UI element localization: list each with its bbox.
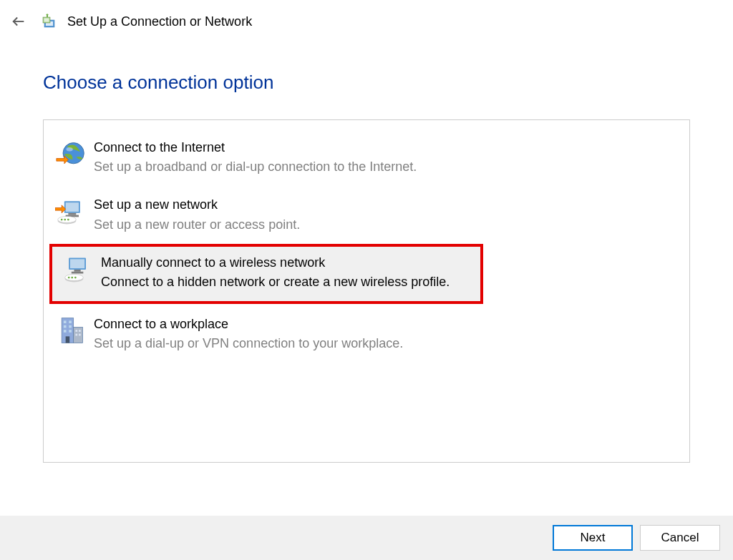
router-icon xyxy=(54,195,88,229)
option-workplace[interactable]: Connect to a workplace Set up a dial-up … xyxy=(44,307,689,360)
wizard-content: Choose a connection option Connect to th… xyxy=(0,72,733,463)
back-button[interactable] xyxy=(10,13,27,30)
option-connect-internet[interactable]: Connect to the Internet Set up a broadba… xyxy=(44,130,689,183)
window-title: Set Up a Connection or Network xyxy=(67,14,252,29)
svg-rect-36 xyxy=(74,328,83,343)
svg-rect-19 xyxy=(70,259,84,268)
svg-point-23 xyxy=(65,274,84,280)
cancel-button[interactable]: Cancel xyxy=(640,525,720,551)
globe-icon xyxy=(54,137,88,172)
svg-rect-5 xyxy=(47,15,48,17)
svg-point-14 xyxy=(58,217,77,223)
wizard-header: Set Up a Connection or Network xyxy=(0,0,733,43)
svg-rect-21 xyxy=(72,272,84,274)
network-setup-icon xyxy=(42,13,59,30)
page-heading: Choose a connection option xyxy=(43,72,690,94)
option-setup-network[interactable]: Set up a new network Set up a new router… xyxy=(44,187,689,240)
option-desc: Set up a dial-up or VPN connection to yo… xyxy=(94,335,679,353)
option-desc: Set up a new router or access point. xyxy=(94,216,679,234)
option-title: Manually connect to a wireless network xyxy=(101,254,472,272)
svg-point-17 xyxy=(67,219,69,221)
option-title: Connect to a workplace xyxy=(94,315,679,333)
svg-point-25 xyxy=(71,276,73,278)
svg-rect-32 xyxy=(69,325,72,328)
option-manual-wireless[interactable]: Manually connect to a wireless network C… xyxy=(51,245,482,303)
option-desc: Connect to a hidden network or create a … xyxy=(101,273,472,291)
svg-rect-34 xyxy=(69,330,72,333)
svg-rect-4 xyxy=(44,19,49,22)
svg-point-24 xyxy=(68,276,70,278)
svg-rect-40 xyxy=(75,334,77,336)
svg-rect-31 xyxy=(64,325,67,328)
svg-point-16 xyxy=(64,219,66,221)
svg-rect-29 xyxy=(64,320,67,323)
option-desc: Set up a broadband or dial-up connection… xyxy=(94,158,679,176)
svg-rect-39 xyxy=(79,330,81,332)
svg-rect-41 xyxy=(79,334,81,336)
options-listbox: Connect to the Internet Set up a broadba… xyxy=(43,119,690,463)
next-button[interactable]: Next xyxy=(553,525,633,551)
svg-rect-11 xyxy=(68,213,76,215)
svg-point-26 xyxy=(74,276,77,278)
wizard-footer: Next Cancel xyxy=(0,516,733,560)
option-title: Connect to the Internet xyxy=(94,139,679,157)
svg-rect-10 xyxy=(66,203,79,212)
svg-rect-38 xyxy=(75,330,77,332)
building-icon xyxy=(54,314,88,348)
svg-rect-30 xyxy=(69,320,72,323)
svg-point-15 xyxy=(61,219,63,221)
svg-point-8 xyxy=(67,147,73,152)
svg-rect-20 xyxy=(74,270,81,272)
svg-rect-35 xyxy=(66,336,70,343)
option-title: Set up a new network xyxy=(94,196,679,214)
wireless-icon xyxy=(61,252,95,287)
svg-rect-33 xyxy=(64,330,67,333)
